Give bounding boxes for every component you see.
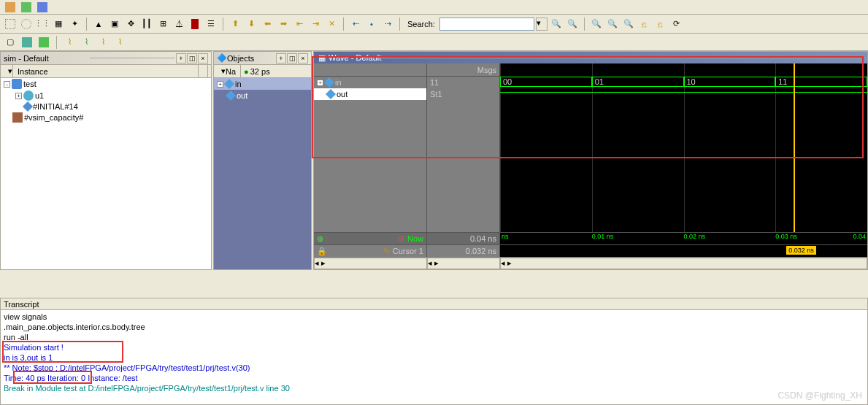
cursor-first-icon[interactable]: ⇤ [292, 17, 307, 31]
transcript-title: Transcript [1, 298, 867, 310]
select-rect-icon[interactable] [3, 17, 18, 31]
wave-icon-3[interactable]: ⌇ [96, 35, 110, 50]
wave-plot-area[interactable]: 00 01 10 11 [500, 63, 867, 232]
instance-icon [23, 90, 34, 101]
pointer-icon[interactable]: ▲ [91, 17, 106, 31]
zoom-fit-icon[interactable]: 🔍 [621, 17, 636, 31]
panel-close-button[interactable]: × [198, 53, 208, 63]
transcript-panel: Transcript view signals .main_pane.objec… [0, 298, 868, 405]
move-icon[interactable]: ✥ [123, 17, 138, 31]
binoc-left-icon[interactable]: 🔍 [549, 17, 564, 31]
panel-add-button[interactable]: + [176, 53, 186, 63]
cursor-indicator[interactable]: 0.032 ns [786, 246, 816, 255]
tool-icon-3[interactable] [35, 0, 50, 15]
cursor-lock-icon[interactable]: 🔒 [317, 247, 327, 256]
zoom-mode1-icon[interactable]: ⎌ [637, 17, 652, 31]
cursor-left-icon[interactable]: ⬅ [260, 17, 274, 31]
panel-dock-button[interactable]: ◫ [287, 53, 297, 63]
wave-panel-title: Wave - Default [329, 53, 381, 62]
cursor-down-icon[interactable]: ⬇ [244, 17, 258, 31]
cursor-up-icon[interactable]: ⬆ [228, 17, 242, 31]
object-item-out[interactable]: out [214, 90, 311, 101]
tree-item-vsim[interactable]: #vsim_capacity# [1, 112, 211, 123]
wave-now-row: ⊕ ⊖ Now 0.04 ns ns 0.01 ns 0.02 ns 0.03 … [314, 232, 867, 244]
wave-signal-in[interactable]: + in [314, 77, 426, 88]
wand-icon[interactable]: ✦ [67, 17, 82, 31]
cursor-right-icon[interactable]: ➡ [276, 17, 291, 31]
signal-trace [500, 92, 867, 93]
transcript-line: ** Note: $stop : D:/intelFPGA/project/FP… [4, 363, 864, 373]
tree-item-test[interactable]: - test [1, 78, 211, 90]
cursor-value: 0.032 ns [427, 245, 500, 257]
wave-icon-2[interactable]: ⌇ [79, 35, 93, 50]
select-dots-icon[interactable]: ⋮⋮ [35, 17, 50, 31]
transcript-line: Break in Module test at D:/intelFPGA/pro… [4, 383, 864, 393]
sliders-icon[interactable]: ┃┃ [139, 17, 154, 31]
wave-names-column: + in out [314, 63, 427, 232]
panel-close-button[interactable]: × [298, 53, 308, 63]
tree-icon[interactable]: ⊞ [155, 17, 170, 31]
step-left-icon[interactable]: ⇠ [348, 17, 363, 31]
cursor-line[interactable] [794, 63, 795, 232]
add-cursor-icon[interactable]: ⊕ [317, 234, 323, 244]
search-dropdown[interactable]: ▾ [536, 18, 548, 31]
tree-label: u1 [35, 91, 44, 100]
hscroll-vals[interactable]: ◂ ▸ [427, 258, 500, 269]
sim-panel-title: sim - Default [4, 54, 90, 63]
win-icon-3[interactable] [37, 35, 51, 50]
tree-item-u1[interactable]: + u1 [1, 90, 211, 101]
form-icon[interactable]: ☰ [204, 17, 218, 31]
wave-value-in[interactable]: 11 [427, 77, 499, 88]
zoom-in-icon[interactable]: 🔍 [589, 17, 604, 31]
col-expand[interactable]: ▾ [4, 65, 13, 77]
search-input[interactable] [439, 18, 534, 31]
col-instance[interactable]: Instance [13, 65, 199, 77]
expand-icon[interactable]: + [15, 93, 22, 99]
tree-label: test [23, 80, 37, 88]
zoom-mode2-icon[interactable]: ⎌ [653, 17, 668, 31]
win-icon-2[interactable] [20, 35, 34, 50]
col-extra[interactable] [199, 65, 208, 77]
traffic-icon[interactable] [188, 17, 202, 31]
signal-name: in [335, 78, 342, 87]
transcript-body[interactable]: view signals .main_pane.objects.interior… [1, 310, 867, 395]
time-badge: 32 ps [250, 67, 270, 76]
win-icon-1[interactable]: ▢ [3, 35, 18, 50]
select-grid-icon[interactable]: ▦ [51, 17, 66, 31]
expand-icon[interactable]: + [317, 80, 323, 86]
cursor-tool-icon[interactable]: ✎ [383, 247, 390, 256]
signal-name: out [337, 90, 347, 99]
cursor-x-icon[interactable]: ⨯ [324, 17, 339, 31]
wave-signal-out[interactable]: out [314, 88, 426, 100]
cursor-track[interactable]: 0.032 ns [500, 245, 867, 257]
step-mid-icon[interactable]: • [364, 17, 379, 31]
expand-icon[interactable]: - [4, 81, 10, 88]
select-circle-icon[interactable] [19, 17, 34, 31]
tree-item-initial[interactable]: #INITIAL#14 [1, 101, 211, 112]
panel-add-button[interactable]: + [276, 53, 286, 63]
panel-dock-button[interactable]: ◫ [187, 53, 197, 63]
wave-icon-4[interactable]: ⌇ [112, 35, 127, 50]
object-item-in[interactable]: + in [214, 78, 311, 90]
objects-panel-title: Objects [227, 54, 275, 63]
refresh-icon[interactable]: ⟳ [669, 17, 684, 31]
step-right-icon[interactable]: ⇢ [380, 17, 395, 31]
object-label: out [237, 91, 247, 100]
tool-icon-1[interactable] [3, 0, 18, 15]
box-icon[interactable]: ▣ [107, 17, 122, 31]
col-name[interactable]: ▾ Na [217, 65, 241, 77]
binoc-right-icon[interactable]: 🔍 [565, 17, 580, 31]
now-value: 0.04 ns [427, 233, 500, 244]
graph-icon[interactable]: ⏃ [172, 17, 186, 31]
signal-icon [224, 79, 234, 89]
wave-value-out[interactable]: St1 [427, 88, 499, 100]
cursor-last-icon[interactable]: ⇥ [308, 17, 323, 31]
expand-icon[interactable]: + [217, 81, 223, 88]
tool-icon-2[interactable] [19, 0, 34, 15]
hscroll-names[interactable]: ◂ ▸ [314, 258, 427, 269]
remove-cursor-icon[interactable]: ⊖ [398, 234, 404, 244]
hscroll-wave[interactable]: ◂ ▸ [500, 258, 867, 269]
signal-icon [326, 89, 336, 99]
wave-icon-1[interactable]: ⌇ [62, 35, 77, 50]
zoom-out-icon[interactable]: 🔍 [605, 17, 620, 31]
